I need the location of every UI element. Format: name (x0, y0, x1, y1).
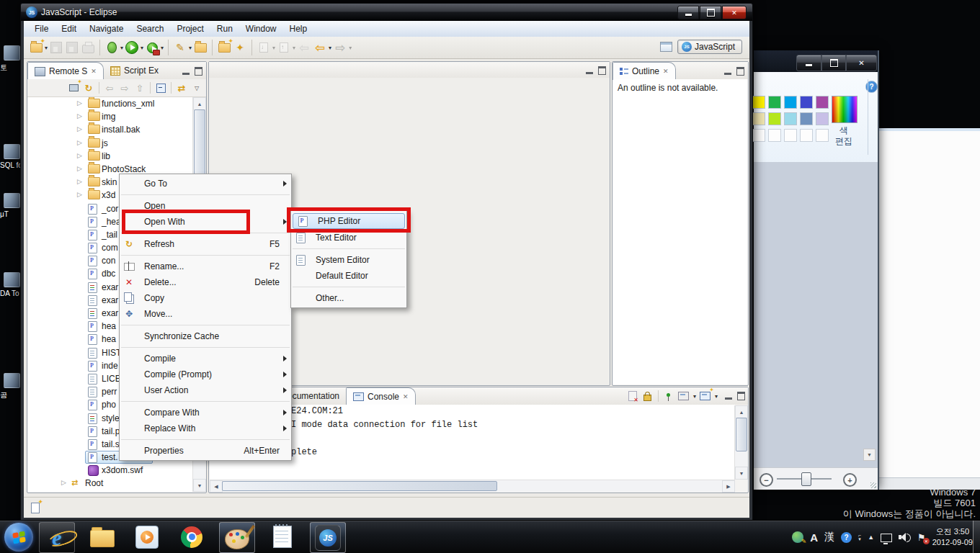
show-hidden-icons[interactable]: ▲ (868, 534, 874, 541)
console-vscrollbar[interactable]: ▲ ▼ (734, 405, 747, 480)
menu-item-move[interactable]: ✥Move... (120, 306, 291, 322)
help-tray-icon[interactable]: ? (841, 532, 852, 543)
debug-button[interactable] (104, 40, 119, 55)
tree-item-x3dom-swf[interactable]: x3dom.swf (28, 464, 205, 477)
dropdown-icon[interactable]: ▾ (693, 393, 696, 400)
scroll-lock-button[interactable] (641, 390, 654, 403)
color-swatch[interactable] (752, 112, 765, 125)
minimize-view-icon[interactable] (725, 397, 732, 400)
scrollbar-thumb[interactable] (222, 481, 497, 491)
dropdown-icon[interactable]: ▾ (161, 45, 164, 51)
ime-hanja-indicator[interactable]: 漢 (824, 531, 834, 544)
scroll-down-icon[interactable]: ▼ (735, 467, 748, 480)
scroll-right-icon[interactable]: ▶ (722, 480, 735, 493)
maximize-view-icon[interactable] (195, 67, 202, 76)
menu-item-replace-with[interactable]: Replace With (120, 421, 291, 436)
tree-item-img[interactable]: ▷img (28, 110, 205, 123)
paint-maximize-button[interactable] (821, 55, 846, 71)
expand-icon[interactable]: ▷ (77, 125, 82, 132)
color-swatch[interactable] (784, 96, 797, 109)
expand-icon[interactable]: ▷ (77, 152, 82, 159)
taskbar-chrome[interactable] (174, 522, 209, 552)
dropdown-icon[interactable]: ▾ (120, 45, 123, 51)
maximize-view-icon[interactable] (737, 392, 745, 400)
close-icon[interactable]: ✕ (663, 68, 669, 75)
open-perspective-icon[interactable] (660, 42, 672, 52)
menu-item-copy[interactable]: Copy (120, 290, 291, 306)
menu-search[interactable]: Search (130, 22, 170, 36)
background-window[interactable] (878, 128, 980, 478)
open-resource-button[interactable] (193, 40, 208, 55)
menu-run[interactable]: Run (210, 22, 239, 36)
tree-item-functions_xml[interactable]: ▷functions_xml (28, 97, 205, 110)
last-edit-location-button[interactable]: ⇦ (297, 40, 311, 55)
taskbar-eclipse-js[interactable]: JS (310, 522, 346, 553)
color-swatch[interactable] (768, 112, 781, 125)
color-swatch[interactable] (784, 129, 797, 142)
print-button[interactable] (81, 40, 95, 55)
save-all-button[interactable] (65, 40, 79, 55)
menu-item-rename[interactable]: Rename...F2 (120, 258, 291, 274)
zoom-out-button[interactable]: − (760, 473, 773, 487)
tree-item-root[interactable]: ▷⇄Root (28, 477, 205, 490)
start-button[interactable] (4, 523, 33, 552)
ime-mode-indicator[interactable]: A (810, 531, 818, 544)
color-swatch[interactable] (800, 96, 813, 109)
menu-item-other[interactable]: Other... (291, 290, 406, 306)
tab-remote-systems[interactable]: Remote S ✕ (27, 62, 104, 80)
ime-language-icon[interactable] (792, 531, 803, 543)
desktop-icon[interactable]: 토 (0, 45, 20, 73)
clear-console-button[interactable] (626, 390, 639, 403)
up-button[interactable]: ⇧ (133, 81, 146, 94)
back-button[interactable]: ⇦ (103, 81, 116, 94)
taskbar-windows-explorer[interactable] (85, 522, 120, 552)
maximize-view-icon[interactable] (598, 66, 606, 75)
expand-icon[interactable]: ▷ (77, 112, 82, 120)
taskbar-media-player[interactable] (130, 522, 164, 552)
save-button[interactable] (49, 40, 63, 55)
minimize-view-icon[interactable] (724, 73, 731, 75)
dropdown-icon[interactable]: ▾ (329, 45, 331, 51)
color-swatch[interactable] (816, 96, 829, 109)
next-annotation-button[interactable] (257, 40, 271, 55)
expand-icon[interactable]: ▷ (77, 99, 82, 107)
new-button[interactable]: ✦ (29, 40, 43, 55)
color-swatch[interactable] (752, 129, 765, 142)
menu-item-go-to[interactable]: Go To (120, 176, 291, 192)
tray-clock[interactable]: 오전 3:50 2012-09-09 (932, 526, 973, 548)
taskbar-paint[interactable] (219, 522, 255, 553)
new-wizard-button[interactable]: ✦ (217, 40, 231, 55)
show-desktop-button[interactable] (973, 521, 980, 553)
forward-button[interactable]: ⇨ (333, 40, 347, 55)
close-button[interactable]: ✕ (722, 6, 747, 19)
zoom-in-button[interactable]: + (843, 473, 857, 487)
tree-item-js[interactable]: ▷js (28, 137, 205, 150)
menu-help[interactable]: Help (283, 22, 314, 36)
maximize-button[interactable] (700, 6, 721, 19)
scroll-up-icon[interactable]: ▲ (193, 97, 206, 110)
paint-window[interactable]: ✕ ? 색 편집 ▼ − + (754, 50, 879, 490)
dropdown-icon[interactable]: ▾ (141, 45, 143, 51)
maximize-view-icon[interactable] (736, 67, 744, 76)
menu-item-refresh[interactable]: ↻RefreshF5 (120, 236, 291, 252)
resize-grip[interactable] (870, 482, 876, 488)
minimize-button[interactable] (677, 6, 699, 19)
import-wizard-button[interactable]: ✦ (233, 40, 247, 55)
color-swatch[interactable] (752, 96, 765, 109)
tab-outline[interactable]: Outline ✕ (612, 62, 676, 80)
menu-item-system-editor[interactable]: System Editor (291, 252, 406, 268)
menu-item-default-editor[interactable]: Default Editor (291, 268, 406, 284)
minimize-view-icon[interactable] (182, 73, 190, 75)
taskbar-internet-explorer[interactable]: e (39, 522, 75, 553)
network-icon[interactable] (881, 534, 892, 542)
ime-toolbar-options-icon[interactable]: ⌐▾ (858, 534, 861, 541)
dropdown-icon[interactable]: ▾ (293, 45, 295, 51)
menu-edit[interactable]: Edit (55, 22, 83, 36)
action-center-icon[interactable]: ⚑ (917, 532, 926, 543)
taskbar-notepad[interactable] (265, 522, 300, 552)
display-console-button[interactable] (677, 390, 690, 403)
menu-navigate[interactable]: Navigate (83, 22, 130, 36)
color-swatch[interactable] (816, 112, 829, 125)
tab-script-explorer[interactable]: Script Ex (104, 62, 165, 79)
expand-icon[interactable]: ▷ (61, 479, 66, 486)
